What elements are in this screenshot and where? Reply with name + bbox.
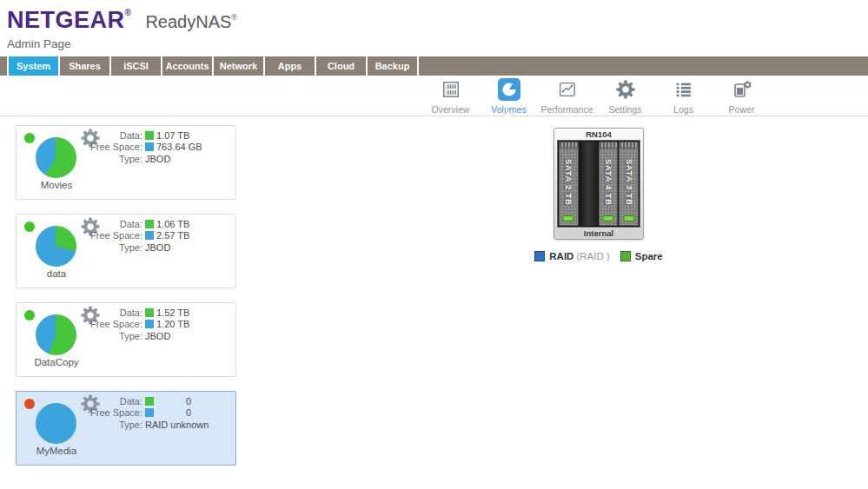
volume-card-data[interactable]: Data: 1.06 TB Free Space: 2.57 TB Type: … xyxy=(16,214,236,288)
nav-item-label: Performance xyxy=(540,104,593,115)
section-divider xyxy=(0,116,868,116)
volume-name: Movies xyxy=(17,180,96,190)
type-row: Type: RAID unknown xyxy=(64,419,209,431)
used-color-swatch xyxy=(145,131,154,140)
tab-system[interactable]: System xyxy=(9,56,58,76)
volume-list: Data: 1.07 TB Free Space: 763.64 GB Type… xyxy=(16,125,236,479)
empty-bay-2 xyxy=(580,142,598,226)
free-space-label: Free Space: xyxy=(64,407,142,418)
raid-color-swatch xyxy=(534,251,545,261)
free-space-label: Free Space: xyxy=(64,230,142,241)
free-color-swatch xyxy=(145,231,154,240)
brand-line: NETGEAR® ReadyNAS® xyxy=(7,7,868,34)
data-label: Data: xyxy=(64,219,142,229)
nav-item-logs[interactable]: Logs xyxy=(654,77,712,115)
data-value: 1.06 TB xyxy=(156,219,191,229)
volume-status-dot xyxy=(24,310,35,320)
nav-item-label: Settings xyxy=(609,104,642,115)
legend-suffix: (RAID ) xyxy=(576,251,609,261)
list-icon xyxy=(674,77,693,102)
data-row: Data: 1.07 TB xyxy=(64,129,202,142)
nav-item-settings[interactable]: Settings xyxy=(596,77,654,115)
nav-item-performance[interactable]: Performance xyxy=(538,77,596,115)
data-row: Data: 1.52 TB xyxy=(64,307,191,319)
volume-card-datacopy[interactable]: Data: 1.52 TB Free Space: 1.20 TB Type: … xyxy=(16,302,236,377)
volume-info: Data: 1.07 TB Free Space: 763.64 GB Type… xyxy=(64,129,202,165)
spare-color-swatch xyxy=(620,251,631,261)
drive-status-led xyxy=(623,215,634,221)
nav-item-label: Overview xyxy=(432,104,470,115)
drive-capacity-text: SATA 2 TB xyxy=(564,159,573,206)
free-space-label: Free Space: xyxy=(64,319,142,329)
type-row: Type: JBOD xyxy=(64,330,191,342)
nas-enclosure: RN104 SATA 2 TBSATA 4 TBSATA 3 TB Intern… xyxy=(553,128,644,240)
type-label: Type: xyxy=(64,242,142,253)
legend-label: RAID xyxy=(549,251,573,261)
device-location-label: Internal xyxy=(557,228,640,239)
data-value: 1.52 TB xyxy=(156,307,191,318)
data-label: Data: xyxy=(64,307,142,318)
type-value: JBOD xyxy=(145,331,180,341)
drive-bay-3[interactable]: SATA 4 TB xyxy=(599,142,619,226)
product-name: ReadyNAS® xyxy=(145,12,237,32)
type-value: JBOD xyxy=(145,242,180,253)
free-space-row: Free Space: 2.57 TB xyxy=(64,230,191,242)
volume-status-dot xyxy=(24,399,35,409)
type-value: JBOD xyxy=(145,154,180,164)
tab-bar: SystemSharesiSCSIAccountsNetworkAppsClou… xyxy=(0,56,868,76)
volume-card-movies[interactable]: Data: 1.07 TB Free Space: 763.64 GB Type… xyxy=(16,125,236,200)
type-value: RAID unknown xyxy=(145,420,209,430)
nav-item-overview[interactable]: Overview xyxy=(421,77,480,115)
nav-item-label: Power xyxy=(729,104,755,115)
drive-capacity-text: SATA 4 TB xyxy=(604,159,613,206)
volume-status-dot xyxy=(24,221,35,232)
tab-cloud[interactable]: Cloud xyxy=(316,56,366,76)
free-color-swatch xyxy=(145,320,154,328)
volume-name: MyMedia xyxy=(17,446,96,456)
used-color-swatch xyxy=(145,220,154,228)
tab-backup[interactable]: Backup xyxy=(368,56,417,76)
free-space-value: 763.64 GB xyxy=(156,142,202,152)
legend-label: Spare xyxy=(635,251,663,261)
page-title: Admin Page xyxy=(7,37,868,50)
free-space-value: 1.20 TB xyxy=(156,319,191,329)
data-value: 0 xyxy=(156,396,191,406)
drive-status-led xyxy=(602,215,613,221)
header: NETGEAR® ReadyNAS® Admin Page xyxy=(0,0,868,50)
device-model-label: RN104 xyxy=(557,129,640,140)
free-space-value: 0 xyxy=(156,407,191,418)
drive-capacity-text: SATA 3 TB xyxy=(625,159,633,206)
tab-accounts[interactable]: Accounts xyxy=(162,56,212,76)
nav-item-volumes[interactable]: Volumes xyxy=(480,77,538,115)
drive-bay-4[interactable]: SATA 3 TB xyxy=(619,142,639,226)
free-space-row: Free Space: 763.64 GB xyxy=(64,142,202,154)
legend: RAID(RAID )Spare xyxy=(527,251,670,261)
tab-shares[interactable]: Shares xyxy=(60,56,109,76)
registered-mark: ® xyxy=(125,8,132,17)
nav-item-label: Logs xyxy=(673,104,693,115)
volume-card-mymedia[interactable]: Data: 0 Free Space: 0 Type: RAID unknown… xyxy=(16,391,236,466)
type-label: Type: xyxy=(64,154,142,164)
gear-icon xyxy=(616,77,635,102)
drive-bay-1[interactable]: SATA 2 TB xyxy=(559,142,579,226)
tab-apps[interactable]: Apps xyxy=(265,56,315,76)
volume-info: Data: 1.06 TB Free Space: 2.57 TB Type: … xyxy=(64,218,191,254)
drive-bays: SATA 2 TBSATA 4 TBSATA 3 TB xyxy=(557,140,640,228)
data-label: Data: xyxy=(64,130,142,141)
data-row: Data: 0 xyxy=(64,395,209,407)
free-space-label: Free Space: xyxy=(64,142,142,152)
tab-network[interactable]: Network xyxy=(214,56,263,76)
free-space-value: 2.57 TB xyxy=(156,230,191,241)
free-space-row: Free Space: 1.20 TB xyxy=(64,319,191,331)
pie-icon xyxy=(498,77,520,102)
volume-name: DataCopy xyxy=(17,357,96,367)
used-color-swatch xyxy=(145,308,154,317)
data-value: 1.07 TB xyxy=(156,130,191,141)
device-panel: RN104 SATA 2 TBSATA 4 TBSATA 3 TB Intern… xyxy=(527,128,670,261)
nav-item-power[interactable]: Power xyxy=(712,77,771,115)
volume-info: Data: 1.52 TB Free Space: 1.20 TB Type: … xyxy=(64,307,191,342)
free-color-swatch xyxy=(145,408,154,417)
free-space-row: Free Space: 0 xyxy=(64,407,209,420)
tab-iscsi[interactable]: iSCSI xyxy=(111,56,161,76)
type-row: Type: JBOD xyxy=(64,153,202,165)
